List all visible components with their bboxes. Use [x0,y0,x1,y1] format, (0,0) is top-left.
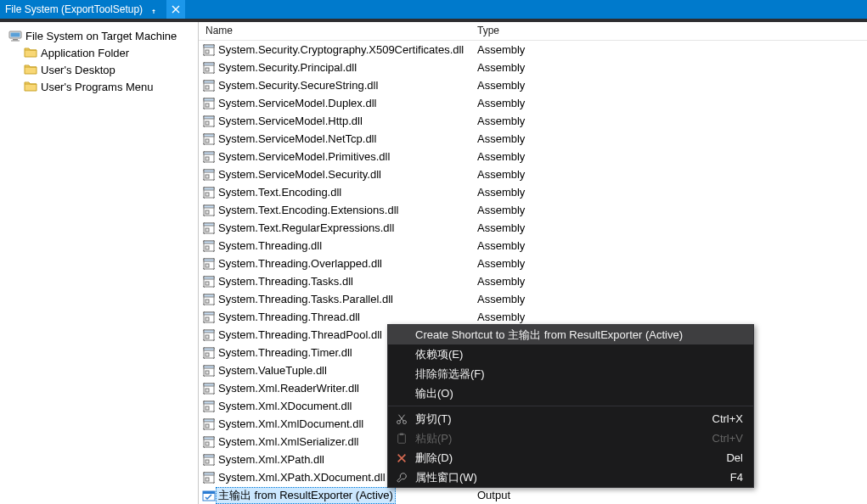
cell-type: Assembly [470,61,867,74]
menu-item[interactable]: Create Shortcut to 主输出 from ResultExport… [388,325,753,344]
menu-item-shortcut: F4 [730,471,743,484]
file-row[interactable]: System.ServiceModel.NetTcp.dllAssembly [199,130,867,148]
cell-type: Assembly [470,168,867,181]
cell-type: Output [470,489,867,501]
menu-item-shortcut: Ctrl+V [712,432,743,445]
cell-name: System.Threading.dll [199,239,470,253]
file-row[interactable]: System.Threading.Thread.dllAssembly [199,308,867,326]
file-name: System.Security.SecureString.dll [218,79,378,92]
cell-name: System.Threading.Tasks.Parallel.dll [199,293,470,306]
svg-rect-36 [205,228,209,232]
menu-item[interactable]: 删除(D)Del [388,448,753,468]
assembly-icon [202,204,216,217]
menu-item: 粘贴(P)Ctrl+V [388,428,753,448]
menu-item-label: 依赖项(E) [415,347,463,362]
col-type[interactable]: Type [470,22,867,40]
titlebar: File System (ExportToolSetup) [0,0,867,19]
file-row[interactable]: System.Text.Encoding.Extensions.dllAssem… [199,201,867,219]
tree-item-label: Application Folder [41,47,129,59]
cell-type: Assembly [470,275,867,288]
file-name: System.Text.RegularExpressions.dll [218,221,394,234]
file-row[interactable]: System.ServiceModel.Http.dllAssembly [199,112,867,130]
svg-rect-3 [11,41,20,42]
svg-rect-27 [205,175,209,178]
menu-item[interactable]: 排除筛选器(F) [388,364,753,384]
menu-item[interactable]: 剪切(T)Ctrl+X [388,409,753,428]
col-name[interactable]: Name [199,22,470,40]
titlebar-tab[interactable]: File System (ExportToolSetup) [0,3,166,15]
cell-name: System.ServiceModel.Http.dll [199,115,470,128]
svg-rect-63 [205,389,209,392]
tree-item[interactable]: User's Desktop [5,61,198,78]
file-row[interactable]: System.Security.Cryptography.X509Certifi… [199,41,867,59]
tree-root[interactable]: File System on Target Machine [5,27,198,44]
file-row[interactable]: System.ServiceModel.Primitives.dllAssemb… [199,148,867,165]
cell-name: System.Text.Encoding.dll [199,186,470,199]
file-row[interactable]: System.Threading.Tasks.Parallel.dllAssem… [199,290,867,308]
svg-rect-65 [204,401,214,404]
svg-rect-83 [398,434,406,443]
svg-rect-8 [204,63,214,65]
tree-root-label: File System on Target Machine [25,30,177,42]
cell-name: System.ServiceModel.Security.dll [199,168,470,182]
cut-icon [395,412,408,426]
cell-type: Assembly [470,311,867,323]
menu-item-label: Create Shortcut to 主输出 from ResultExport… [415,328,683,343]
file-name: System.Text.Encoding.Extensions.dll [218,204,398,216]
close-button[interactable] [166,0,185,19]
svg-rect-21 [205,139,209,143]
svg-rect-23 [204,152,214,154]
menu-item[interactable]: 输出(O) [388,384,753,403]
svg-rect-42 [205,264,209,267]
assembly-icon [202,328,216,342]
cell-name: System.ServiceModel.Primitives.dll [199,150,470,164]
wrench-icon [395,471,408,484]
file-row[interactable]: System.Threading.Overlapped.dllAssembly [199,255,867,272]
assembly-icon [202,186,216,199]
file-row[interactable]: System.Text.Encoding.dllAssembly [199,183,867,201]
column-header: Name Type [199,22,867,41]
svg-rect-44 [204,277,214,279]
svg-rect-57 [205,353,209,356]
file-name: System.Security.Cryptography.X509Certifi… [218,43,464,56]
cell-name: System.Threading.Tasks.dll [199,275,470,288]
cell-name: System.Security.Cryptography.X509Certifi… [199,43,470,57]
cell-name: 主输出 from ResultExporter (Active) [199,487,470,504]
cell-name: System.Threading.Overlapped.dll [199,257,470,271]
tree-item[interactable]: Application Folder [5,44,198,61]
file-name: System.Xml.XPath.XDocument.dll [218,471,386,484]
menu-separator [388,406,753,406]
file-row[interactable]: System.Threading.Tasks.dllAssembly [199,272,867,290]
svg-rect-50 [204,312,214,315]
pin-icon[interactable] [149,5,158,14]
file-row[interactable]: System.Text.RegularExpressions.dllAssemb… [199,219,867,237]
file-name: System.Threading.Tasks.dll [218,275,353,288]
svg-rect-32 [204,205,214,208]
assembly-icon [202,471,216,484]
file-row[interactable]: System.Threading.dllAssembly [199,237,867,255]
svg-rect-51 [205,317,209,321]
cell-name: System.Security.SecureString.dll [199,79,470,92]
menu-item[interactable]: 属性窗口(W)F4 [388,468,753,487]
assembly-icon [202,61,216,75]
svg-rect-1 [11,33,20,37]
menu-item-label: 剪切(T) [415,412,452,427]
context-menu: Create Shortcut to 主输出 from ResultExport… [387,324,754,488]
file-row[interactable]: System.Security.Principal.dllAssembly [199,59,867,76]
menu-item[interactable]: 依赖项(E) [388,344,753,364]
file-name: System.Threading.Overlapped.dll [218,257,382,270]
tree-item[interactable]: User's Programs Menu [5,78,198,95]
menu-item-label: 属性窗口(W) [415,470,477,485]
cell-name: System.ServiceModel.Duplex.dll [199,97,470,110]
file-name: System.ServiceModel.NetTcp.dll [218,132,376,145]
svg-rect-47 [204,294,214,297]
svg-rect-17 [204,116,214,119]
svg-rect-77 [204,473,214,475]
file-row[interactable]: 主输出 from ResultExporter (Active)Output [199,486,867,504]
file-name: System.Xml.XPath.dll [218,453,324,466]
file-row[interactable]: System.ServiceModel.Duplex.dllAssembly [199,94,867,112]
svg-rect-62 [204,384,214,386]
file-row[interactable]: System.ServiceModel.Security.dllAssembly [199,165,867,183]
svg-rect-68 [204,419,214,422]
file-row[interactable]: System.Security.SecureString.dllAssembly [199,76,867,94]
